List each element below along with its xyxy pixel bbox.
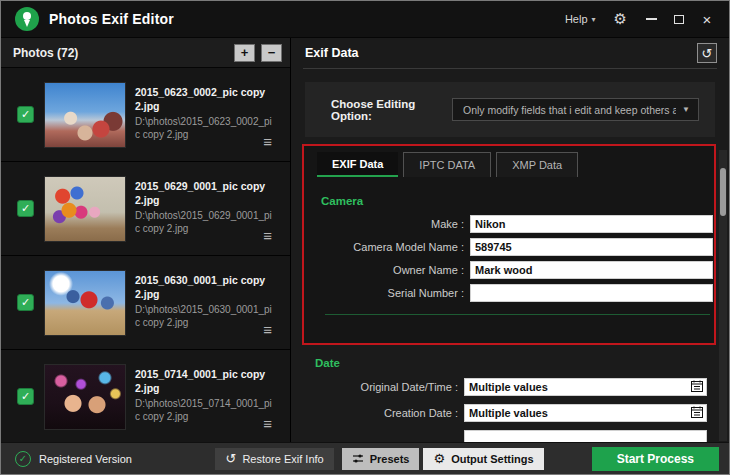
panel-title: Exif Data xyxy=(305,46,359,60)
metadata-tabs: EXIF Data IPTC DATA XMP Data xyxy=(304,146,714,177)
photo-list[interactable]: ✓ 2015_0623_0002_pic copy 2.jpg D:\photo… xyxy=(1,68,290,443)
settings-gear-icon[interactable]: ⚙ xyxy=(604,8,637,30)
photo-info: 2015_0630_0001_pic copy 2.jpg D:\photos\… xyxy=(135,262,275,329)
calendar-icon[interactable] xyxy=(691,380,703,392)
creation-date-row: Creation Date : xyxy=(315,403,729,422)
photo-checkbox[interactable]: ✓ xyxy=(17,106,34,123)
photo-info: 2015_0623_0002_pic copy 2.jpg D:\photos\… xyxy=(135,74,275,141)
date-section-title: Date xyxy=(315,357,729,369)
help-menu[interactable]: Help ▾ xyxy=(557,9,604,29)
presets-button[interactable]: Presets xyxy=(342,448,420,470)
photo-filename: 2015_0630_0001_pic copy 2.jpg xyxy=(135,274,275,301)
bottom-bar: ✓ Registered Version ↺ Restore Exif Info… xyxy=(1,442,729,474)
annotation-red-box: EXIF Data IPTC DATA XMP Data Camera Make… xyxy=(302,144,716,345)
exif-data-panel: Exif Data ↺ Choose Editing Option: Only … xyxy=(291,38,729,443)
photos-count-title: Photos (72) xyxy=(13,46,78,60)
make-input[interactable] xyxy=(470,215,713,233)
tab-exif-data[interactable]: EXIF Data xyxy=(317,152,398,177)
restore-label: Restore Exif Info xyxy=(242,453,323,465)
photo-checkbox[interactable]: ✓ xyxy=(17,388,34,405)
photo-list-item[interactable]: ✓ 2015_0630_0001_pic copy 2.jpg D:\photo… xyxy=(1,256,290,350)
photo-checkbox[interactable]: ✓ xyxy=(17,200,34,217)
photo-list-item[interactable]: ✓ 2015_0714_0001_pic copy 2.jpg D:\photo… xyxy=(1,350,290,443)
photo-list-item[interactable]: ✓ 2015_0629_0001_pic copy 2.jpg D:\photo… xyxy=(1,162,290,256)
chevron-down-icon: ▾ xyxy=(592,15,596,24)
serial-number-row: Serial Number : xyxy=(321,284,714,302)
photos-header: Photos (72) + − xyxy=(1,38,290,68)
refresh-icon[interactable]: ↺ xyxy=(697,43,717,63)
camera-section-title: Camera xyxy=(321,195,714,207)
editing-option-value: Only modify fields that i edit and keep … xyxy=(463,104,676,116)
app-title: Photos Exif Editor xyxy=(49,11,174,27)
scrollbar-thumb[interactable] xyxy=(720,168,726,216)
photo-options-icon[interactable]: ≡ xyxy=(263,419,272,429)
add-photos-button[interactable]: + xyxy=(234,44,255,62)
registered-check-icon: ✓ xyxy=(15,451,31,467)
photo-filepath: D:\photos\2015_0629_0001_pic copy 2.jpg xyxy=(135,209,275,235)
main-area: Photos (72) + − ✓ 2015_0623_0002_pic cop… xyxy=(1,38,729,443)
creation-date-label: Creation Date : xyxy=(315,407,458,419)
photo-filepath: D:\photos\2015_0623_0002_pic copy 2.jpg xyxy=(135,115,275,141)
calendar-icon[interactable] xyxy=(691,406,703,418)
photo-filename: 2015_0629_0001_pic copy 2.jpg xyxy=(135,180,275,207)
photo-filename: 2015_0623_0002_pic copy 2.jpg xyxy=(135,86,275,113)
photo-options-icon[interactable]: ≡ xyxy=(263,137,272,147)
photo-filepath: D:\photos\2015_0714_0001_pic copy 2.jpg xyxy=(135,397,275,423)
make-label: Make : xyxy=(321,218,464,230)
camera-section: Camera Make : Camera Model Name : Owner … xyxy=(304,177,714,315)
maximize-button[interactable] xyxy=(665,7,693,31)
photo-info: 2015_0714_0001_pic copy 2.jpg D:\photos\… xyxy=(135,356,275,423)
app-logo-icon xyxy=(15,7,39,31)
editing-option-box: Choose Editing Option: Only modify field… xyxy=(305,82,715,137)
tab-xmp-data[interactable]: XMP Data xyxy=(496,152,578,177)
photo-info: 2015_0629_0001_pic copy 2.jpg D:\photos\… xyxy=(135,168,275,235)
date-section: Date Original Date/Time : Creation Date … xyxy=(291,345,729,443)
editing-option-dropdown[interactable]: Only modify fields that i edit and keep … xyxy=(452,98,699,121)
panel-scrollbar[interactable] xyxy=(719,150,727,441)
photo-list-item[interactable]: ✓ 2015_0623_0002_pic copy 2.jpg D:\photo… xyxy=(1,68,290,162)
photo-thumbnail xyxy=(44,176,126,242)
registered-version-text: Registered Version xyxy=(39,453,132,465)
photo-options-icon[interactable]: ≡ xyxy=(263,231,272,241)
photo-filepath: D:\photos\2015_0630_0001_pic copy 2.jpg xyxy=(135,303,275,329)
minimize-button[interactable] xyxy=(637,7,665,31)
photos-sidebar: Photos (72) + − ✓ 2015_0623_0002_pic cop… xyxy=(1,38,291,443)
help-label: Help xyxy=(565,13,588,25)
serial-number-input[interactable] xyxy=(470,284,713,302)
original-datetime-input[interactable] xyxy=(464,378,707,396)
owner-name-label: Owner Name : xyxy=(321,264,464,276)
title-bar: Photos Exif Editor Help ▾ ⚙ × xyxy=(1,1,729,38)
make-row: Make : xyxy=(321,215,714,233)
output-settings-label: Output Settings xyxy=(451,453,534,465)
camera-model-row: Camera Model Name : xyxy=(321,238,714,256)
original-datetime-label: Original Date/Time : xyxy=(315,381,458,393)
header-divider xyxy=(303,68,717,69)
owner-name-row: Owner Name : xyxy=(321,261,714,279)
creation-date-input[interactable] xyxy=(464,404,707,422)
presets-label: Presets xyxy=(370,453,410,465)
photo-checkbox[interactable]: ✓ xyxy=(17,294,34,311)
exif-data-header: Exif Data ↺ xyxy=(291,38,729,68)
start-process-button[interactable]: Start Process xyxy=(592,447,719,471)
photo-filename: 2015_0714_0001_pic copy 2.jpg xyxy=(135,368,275,395)
photo-options-icon[interactable]: ≡ xyxy=(263,325,272,335)
sliders-icon xyxy=(352,453,364,465)
serial-number-label: Serial Number : xyxy=(321,287,464,299)
camera-model-input[interactable] xyxy=(470,238,713,256)
owner-name-input[interactable] xyxy=(470,261,713,279)
dropdown-arrow-icon: ▼ xyxy=(682,105,690,114)
restore-exif-button[interactable]: ↺ Restore Exif Info xyxy=(215,448,333,470)
editing-option-label: Choose Editing Option: xyxy=(331,98,452,122)
start-process-label: Start Process xyxy=(617,452,694,466)
output-settings-button[interactable]: ⚙ Output Settings xyxy=(423,448,543,470)
remove-photos-button[interactable]: − xyxy=(261,44,282,62)
gear-icon: ⚙ xyxy=(433,452,445,465)
close-button[interactable]: × xyxy=(693,7,721,31)
camera-model-label: Camera Model Name : xyxy=(321,241,464,253)
section-divider xyxy=(325,314,710,315)
photo-thumbnail xyxy=(44,82,126,148)
tab-iptc-data[interactable]: IPTC DATA xyxy=(403,152,491,177)
photo-thumbnail xyxy=(44,364,126,430)
photos-exif-editor-window: { "titlebar": { "app_title": "Photos Exi… xyxy=(0,0,730,475)
restore-icon: ↺ xyxy=(225,452,236,465)
